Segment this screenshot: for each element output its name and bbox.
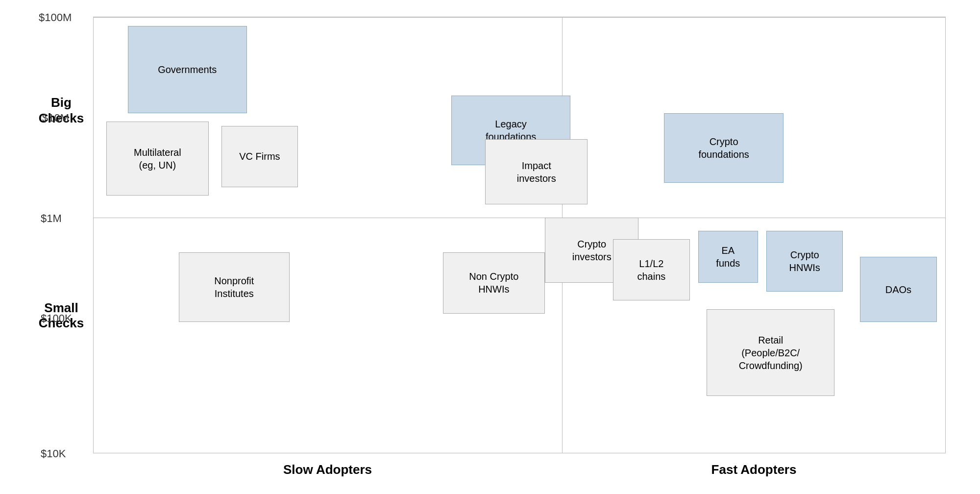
y-axis: Big Checks Small Checks bbox=[34, 17, 93, 453]
retail-box: Retail(People/B2C/Crowdfunding) bbox=[707, 309, 834, 396]
nonprofit-institutes-box: NonprofitInstitutes bbox=[179, 252, 290, 322]
l1l2-chains-box: L1/L2chains bbox=[613, 239, 689, 300]
vc-firms-box: VC Firms bbox=[221, 126, 298, 187]
h-line-10k bbox=[94, 453, 945, 453]
grid: $100M $10M $1M $100K $10K Governments Mu… bbox=[93, 17, 946, 453]
slow-adopters-label: Slow Adopters bbox=[93, 462, 562, 477]
multilateral-box: Multilateral(eg, UN) bbox=[106, 122, 209, 196]
governments-box: Governments bbox=[128, 26, 247, 113]
non-crypto-hnwis-box: Non CryptoHNWIs bbox=[443, 252, 545, 313]
chart-container: Big Checks Small Checks $100M $10M $1M $… bbox=[34, 17, 946, 477]
h-line-100m bbox=[94, 17, 945, 18]
tick-10m: $10M bbox=[42, 112, 69, 124]
ea-funds-box: EAfunds bbox=[698, 231, 758, 283]
h-line-1m bbox=[94, 218, 945, 218]
fast-adopters-label: Fast Adopters bbox=[562, 462, 946, 477]
impact-investors-box: Impactinvestors bbox=[485, 139, 588, 204]
daos-box: DAOs bbox=[860, 257, 936, 322]
tick-100k: $100K bbox=[41, 312, 72, 325]
crypto-hnwis-box: CryptoHNWIs bbox=[766, 231, 843, 292]
chart-area: Big Checks Small Checks $100M $10M $1M $… bbox=[34, 17, 946, 453]
crypto-foundations-box: Cryptofoundations bbox=[664, 113, 783, 183]
x-axis-labels: Slow Adopters Fast Adopters bbox=[34, 453, 946, 477]
tick-100m: $100M bbox=[39, 11, 72, 24]
tick-10k: $10K bbox=[41, 447, 66, 460]
tick-1m: $1M bbox=[41, 212, 62, 225]
